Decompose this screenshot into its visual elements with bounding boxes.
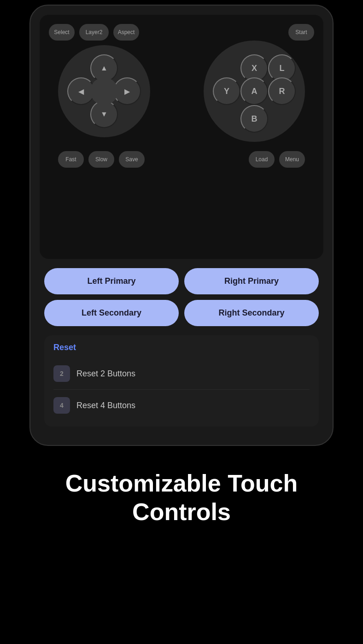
reset-section: Reset 2 Reset 2 Buttons 4 Reset 4 Button… [44,335,319,427]
start-button[interactable]: Start [288,24,314,41]
slow-button[interactable]: Slow [88,151,114,168]
bottom-right-buttons: Load Menu [249,151,305,168]
save-button[interactable]: Save [119,151,145,168]
bottom-text-section: Customizable Touch Controls [0,446,363,554]
aspect-button[interactable]: Aspect [113,24,139,41]
face-a-button[interactable]: A [240,77,268,105]
face-y-button[interactable]: Y [213,77,240,105]
reset-divider [53,389,310,390]
dpad-center [90,77,118,105]
reset-2-label: Reset 2 Buttons [76,369,135,379]
top-left-row: Select Layer2 Aspect [49,24,139,41]
face-buttons-container: X L Y A R B [204,45,305,137]
left-primary-button[interactable]: Left Primary [44,268,179,294]
top-left-group: Select Layer2 Aspect [49,24,139,41]
top-buttons-row: Select Layer2 Aspect Start [44,24,319,41]
face-b-button[interactable]: B [240,105,268,133]
reset-4-icon: 4 [53,397,70,414]
load-button[interactable]: Load [249,151,275,168]
bottom-action-buttons: Fast Slow Save Load Menu [44,144,319,168]
reset-title: Reset [53,343,310,352]
bottom-left-buttons: Fast Slow Save [58,151,145,168]
reset-4-buttons-item[interactable]: 4 Reset 4 Buttons [53,392,310,419]
face-r-button[interactable]: R [268,77,296,105]
reset-2-icon: 2 [53,365,70,382]
right-primary-button[interactable]: Right Primary [184,268,319,294]
select-button[interactable]: Select [49,24,75,41]
right-secondary-button[interactable]: Right Secondary [184,300,319,326]
controller-area: Select Layer2 Aspect Start ▲ ▼ ◀ ▶ X [40,15,323,259]
main-title: Customizable Touch Controls [18,469,345,527]
phone-frame: Select Layer2 Aspect Start ▲ ▼ ◀ ▶ X [29,5,334,446]
config-buttons-area: Left Primary Right Primary Left Secondar… [40,259,323,331]
reset-2-buttons-item[interactable]: 2 Reset 2 Buttons [53,360,310,387]
dpad-face-area: ▲ ▼ ◀ ▶ X L Y A R B [44,45,319,137]
layer2-button[interactable]: Layer2 [79,24,109,41]
menu-button[interactable]: Menu [279,151,305,168]
left-secondary-button[interactable]: Left Secondary [44,300,179,326]
dpad-container: ▲ ▼ ◀ ▶ [58,45,150,137]
reset-4-label: Reset 4 Buttons [76,401,135,410]
fast-button[interactable]: Fast [58,151,84,168]
